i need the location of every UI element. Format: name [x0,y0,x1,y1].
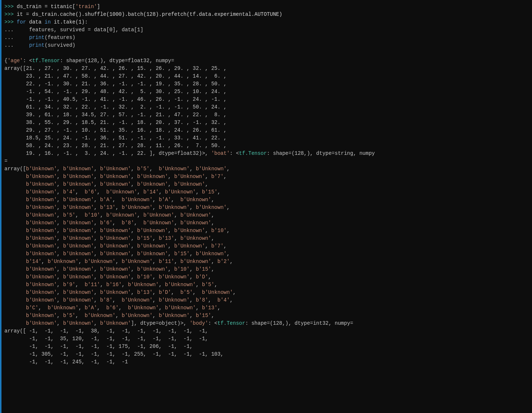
line-blank [4,50,7,56]
array-row-4: -1. , -1. , 40.5, -1. , 41. , -1. , 46. … [4,96,227,102]
boat-row-3: b'Unknown', b'4', b'6', b'Unknown', b'14… [4,189,220,195]
terminal-content: >>> ds_train = titanic['train'] >>> it =… [0,3,532,366]
body-row-4: -1, -1, -1, 245, -1, -1, -1 [4,359,128,365]
array-row-11: 19. , 16. , -1. , 3. , 24. , -1. , 22. ]… [4,150,375,156]
terminal-output[interactable]: >>> ds_train = titanic['train'] >>> it =… [4,3,529,366]
equals-sign: = [4,158,7,164]
boat-row-8: b'Unknown', b'Unknown', b'Unknown', b'Un… [4,228,230,234]
boat-array-start: array([b'Unknown', b'Unknown', b'Unknown… [4,166,230,172]
array-row-9: 18.5, 25. , 24. , -1. , 36. , 51. , -1. … [4,135,227,141]
body-row-3: -1, 305, -1, -1, -1, -1, -1, 255, -1, -1… [4,351,224,357]
boat-row-11: b'Unknown', b'Unknown', b'Unknown', b'Un… [4,251,230,257]
line-6: ... print(survived) [4,42,75,48]
boat-row-9: b'Unknown', b'Unknown', b'Unknown', b'15… [4,235,214,241]
boat-row-20: b'Unknown', b'Unknown', b'Unknown'], dty… [4,320,353,326]
boat-row-10: b'Unknown', b'Unknown', b'Unknown', b'Un… [4,243,227,249]
array-row-1: 23. , 21. , 47. , 58. , 44. , 27. , 42. … [4,73,227,79]
array-row-6: 39. , 61. , 18. , 34.5, 27. , 57. , -1. … [4,112,227,118]
boat-row-12: b'14', b'Unknown', b'Unknown', b'Unknown… [4,259,233,264]
boat-row-14: b'Unknown', b'Unknown', b'Unknown', b'10… [4,274,211,280]
prompt-symbol-1: >>> [4,4,17,10]
array-row-7: 38. , 55. , 29. , 18.5, 21. , -1. , 18. … [4,120,227,125]
line-1: ds_train = titanic['train'] [17,4,100,10]
line-5: ... print(features) [4,35,75,40]
array-row-5: 61. , 34. , 32. , 22. , -1. , 32. , 2. ,… [4,104,227,110]
body-row-1: -1, -1, 35, 120, -1, -1, -1, -1, -1, -1,… [4,336,208,342]
boat-row-4: b'Unknown', b'Unknown', b'A', b'Unknown'… [4,197,214,203]
array-row-10: 58. , 24. , 23. , 28. , 21. , 27. , 28. … [4,143,227,149]
prompt-symbol-2: >>> [4,11,17,17]
boat-row-17: b'Unknown', b'Unknown', b'8', b'Unknown'… [4,297,233,303]
boat-row-7: b'Unknown', b'Unknown', b'6', b'8', b'Un… [4,220,214,226]
body-row-2: -1, -1, -1, -1, -1, -1, 175, -1, 206, -1… [4,343,193,349]
boat-row-1: b'Unknown', b'Unknown', b'Unknown', b'Un… [4,174,227,179]
array-row-8: 29. , 27. , -1. , 10. , 51. , 35. , 16. … [4,127,227,133]
boat-row-5: b'Unknown', b'Unknown', b'13', b'Unknown… [4,204,230,210]
boat-row-15: b'Unknown', b'9', b'11', b'16', b'Unknow… [4,282,218,288]
output-start: {'age': <tf.Tensor: shape=(128,), dtype=… [4,58,174,64]
terminal-window: >>> ds_train = titanic['train'] >>> it =… [0,0,532,413]
prompt-symbol-3: >>> [4,19,17,25]
boat-row-6: b'Unknown', b'5', b'10', b'Unknown', b'U… [4,212,214,218]
boat-row-18: b'C', b'Unknown', b'A', b'6', b'Unknown'… [4,305,220,311]
array-row-2: 22. , -1. , 30. , 21. , 36. , -1. , -1. … [4,81,227,87]
array-row-3: -1. , 54. , -1. , 29. , 48. , 42. , 5. ,… [4,89,227,95]
left-accent-bar [0,0,1,413]
body-array-start: array([ -1, -1, -1, -1, 38, -1, -1, -1, … [4,328,208,334]
boat-row-16: b'Unknown', b'Unknown', b'Unknown', b'13… [4,289,236,295]
line-4: ... features, survived = data[0], data[1… [4,27,143,33]
boat-row-19: b'Unknown', b'5', b'Unknown', b'Unknown'… [4,313,214,318]
line-2: it = ds_train.cache().shuffle(1000).batc… [17,11,283,17]
boat-row-13: b'Unknown', b'Unknown', b'Unknown', b'Un… [4,266,214,272]
line-3: for data in it.take(1): [17,19,88,25]
array-start: array([21. , 27. , 30. , 27. , 42. , 26.… [4,65,227,71]
boat-row-2: b'Unknown', b'Unknown', b'Unknown', b'Un… [4,181,208,187]
